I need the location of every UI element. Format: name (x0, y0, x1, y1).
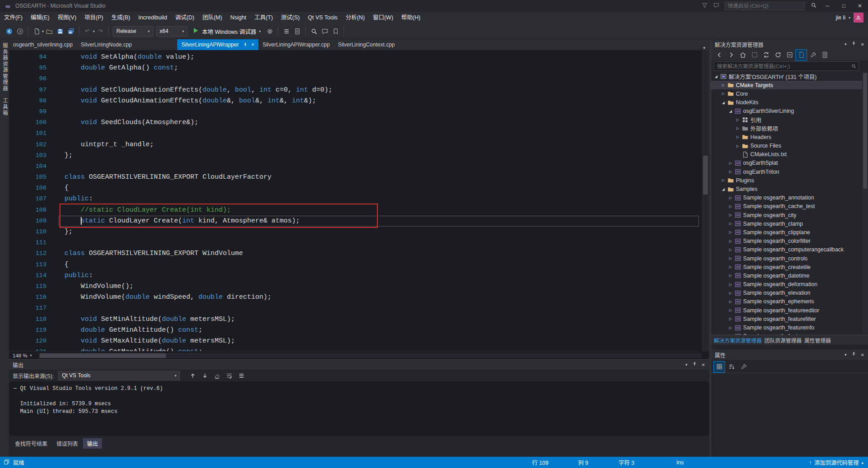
code-line[interactable]: 105class OSGEARTHSILVERLINING_EXPORT Clo… (9, 172, 702, 183)
code-line[interactable]: 116 WindVolume(double windSpeed, double … (9, 292, 702, 303)
undo-button[interactable] (82, 26, 93, 37)
menu-item[interactable]: Incredibuild (134, 12, 171, 23)
tree-item[interactable]: ▷Sample osgearth_datetime (711, 271, 862, 280)
tree-expand-arrow-icon[interactable]: ▷ (720, 83, 726, 87)
save-all-button[interactable] (65, 26, 76, 37)
navigate-back-button[interactable] (4, 26, 14, 37)
minimize-button[interactable]: ─ (819, 0, 836, 12)
solution-explorer-search-input[interactable] (714, 64, 851, 69)
debug-options-icon[interactable] (264, 26, 275, 37)
se-sync-active-icon[interactable] (761, 50, 772, 60)
menu-item[interactable]: 文件(F) (0, 12, 27, 23)
editor-horizontal-scrollbar-thumb[interactable] (40, 353, 166, 358)
document-tab[interactable]: SilverLiningNode.cpp (77, 39, 136, 50)
solution-configuration-dropdown[interactable]: Release▾ (113, 26, 153, 37)
code-line[interactable]: 96 (9, 74, 702, 84)
editor-vertical-scrollbar[interactable] (702, 50, 709, 351)
document-tab[interactable]: osgearth_silverlining.cpp (9, 39, 77, 50)
add-to-source-control-button[interactable]: ↑ 添加到源代码管理 ▴ (809, 457, 863, 468)
properties-close-icon[interactable]: ✕ (861, 352, 864, 357)
tree-expand-arrow-icon[interactable]: ▷ (727, 326, 734, 330)
se-back-icon[interactable] (714, 50, 725, 60)
tree-expand-arrow-icon[interactable]: ▷ (727, 291, 734, 295)
tree-item[interactable]: ▷Plugins (711, 176, 862, 185)
search-icon[interactable] (808, 2, 819, 10)
tree-item[interactable]: ▷Sample osgearth_deformation (711, 280, 862, 289)
tree-item[interactable]: ▷Core (711, 89, 862, 98)
filter-icon[interactable] (698, 2, 710, 10)
code-line[interactable]: 106{ (9, 183, 702, 194)
out-word-wrap-icon[interactable] (224, 370, 234, 381)
tree-expand-arrow-icon[interactable]: ◢ (727, 109, 734, 113)
tree-item[interactable]: ▷Sample osgearth_elevation (711, 289, 862, 297)
tree-expand-arrow-icon[interactable]: ▷ (727, 222, 734, 226)
code-line[interactable]: 98 void GetCloudAnimationEffects(double&… (9, 96, 702, 107)
close-button[interactable]: ✕ (852, 0, 868, 12)
tree-expand-arrow-icon[interactable]: ▷ (727, 273, 734, 278)
se-show-all-files-icon[interactable] (796, 50, 807, 60)
avatar[interactable]: JL (854, 13, 863, 23)
tree-expand-arrow-icon[interactable]: ▷ (727, 230, 734, 234)
code-line[interactable]: 100 void SeedClouds(Atmosphere&); (9, 117, 702, 128)
properties-position-caret-icon[interactable]: ▾ (845, 352, 847, 357)
tree-item[interactable]: ▷Source Files (711, 142, 862, 150)
out-next-message-icon[interactable] (199, 370, 210, 381)
tree-item[interactable]: ▷Sample osgearth_cache_test (711, 202, 862, 211)
output-content[interactable]: — Qt Visual Studio Tools version 2.9.1 (… (9, 381, 709, 436)
solution-platform-dropdown[interactable]: x64▾ (156, 26, 188, 37)
code-line[interactable]: 110}; (9, 227, 702, 237)
tree-expand-arrow-icon[interactable]: ▷ (727, 283, 734, 287)
tree-item[interactable]: ▷osgEarthSplat (711, 159, 862, 167)
menu-item[interactable]: Nsight (226, 12, 250, 23)
menu-item[interactable]: 窗口(W) (369, 12, 397, 23)
menu-item[interactable]: 编辑(E) (27, 12, 54, 23)
code-line[interactable]: 121 double GetMaxAltitude() const; (9, 347, 702, 351)
user-name[interactable]: jie li (836, 14, 845, 21)
right-panel-tab[interactable]: 团队资源管理器 (764, 336, 802, 344)
tree-expand-arrow-icon[interactable]: ▷ (735, 144, 741, 148)
code-line[interactable]: 94 void SetAlpha(double value); (9, 52, 702, 63)
document-tab[interactable]: SilverLiningAPIWrapper.cpp (258, 39, 334, 50)
bottom-tool-tab[interactable]: 错误列表 (52, 438, 82, 449)
se-home-icon[interactable] (737, 50, 748, 60)
zoom-control[interactable]: 148 % ▾ (9, 353, 39, 358)
menu-item[interactable]: 项目(P) (80, 12, 107, 23)
tree-expand-arrow-icon[interactable]: ◢ (720, 101, 726, 105)
code-line[interactable]: 120 void SetMaxAltitude(double metersMSL… (9, 336, 702, 347)
quick-launch-box[interactable] (725, 2, 805, 10)
code-line[interactable]: 99 (9, 107, 702, 117)
se-scope-icon[interactable] (749, 50, 760, 60)
tree-expand-arrow-icon[interactable]: ▷ (727, 204, 734, 209)
tree-item[interactable]: ▷引用 (711, 116, 862, 124)
out-messages-icon[interactable] (236, 370, 247, 381)
out-prev-message-icon[interactable] (187, 370, 198, 381)
toolbar-properties-icon[interactable] (292, 26, 303, 37)
se-settings-icon[interactable] (808, 50, 818, 60)
menu-item[interactable]: 调试(D) (171, 12, 198, 23)
solution-explorer-header[interactable]: 解决方案资源管理器 ▾ ✕ (711, 39, 868, 49)
tab-pin-icon[interactable] (243, 42, 248, 47)
solution-explorer-close-icon[interactable]: ✕ (861, 42, 864, 47)
tree-item[interactable]: ▷外部依赖项 (711, 124, 862, 133)
code-line[interactable]: 117 (9, 303, 702, 314)
tree-item[interactable]: ▷Sample osgearth_computerangecallback (711, 246, 862, 254)
open-file-button[interactable] (44, 26, 55, 37)
find-in-files-button[interactable] (308, 26, 319, 37)
code-line[interactable]: 119 double GetMinAltitude() const; (9, 325, 702, 336)
code-line[interactable]: 107public: (9, 194, 702, 204)
tree-item[interactable]: ▷osgEarthTriton (711, 167, 862, 176)
menu-item[interactable]: 分析(N) (342, 12, 369, 23)
navigate-forward-button[interactable] (14, 26, 25, 37)
new-file-button[interactable] (31, 26, 42, 37)
se-forward-icon[interactable] (726, 50, 736, 60)
output-source-dropdown[interactable]: Qt VS Tools ▾ (58, 371, 180, 380)
code-line[interactable]: 118 void SetMinAltitude(double metersMSL… (9, 314, 702, 325)
tree-item[interactable]: ◢Samples (711, 185, 862, 193)
bottom-tool-tab[interactable]: 查找符号结果 (11, 438, 51, 449)
tree-item[interactable]: ▷Sample osgearth_featurefilter (711, 315, 862, 323)
toolbar-list-icon[interactable] (281, 26, 292, 37)
code-line[interactable]: 108 //static CloudLayer Create(int kind)… (9, 205, 702, 216)
code-line[interactable]: 114public: (9, 270, 702, 281)
tree-expand-arrow-icon[interactable]: ▷ (727, 213, 734, 217)
tree-expand-arrow-icon[interactable]: ▷ (727, 308, 734, 312)
